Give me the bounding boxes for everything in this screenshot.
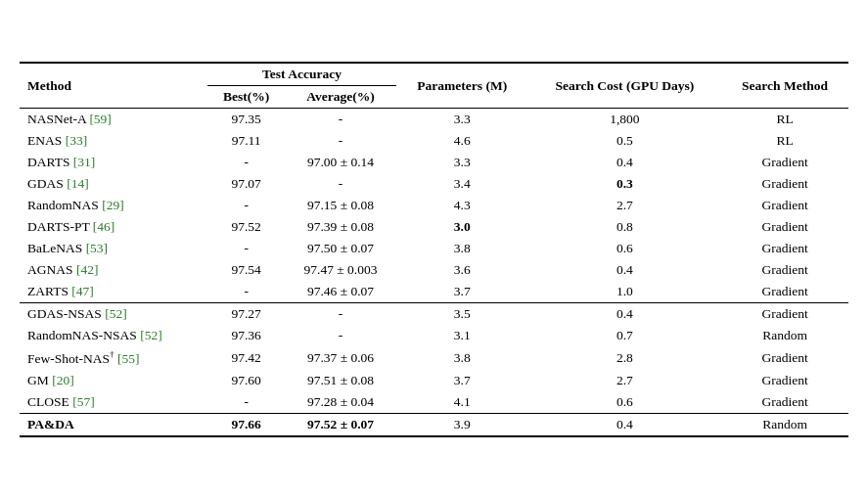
average-header: Average(%) [285, 86, 396, 109]
average-cell: 97.00 ± 0.14 [285, 152, 396, 173]
params-cell: 4.1 [396, 391, 528, 414]
method-cell: NASNet-A [59] [20, 109, 207, 131]
search-cell: Gradient [721, 370, 848, 391]
average-cell: 97.50 ± 0.07 [285, 238, 396, 259]
params-cell: 3.3 [396, 152, 528, 173]
reference: [29] [102, 198, 124, 212]
table-row: ENAS [33] 97.11 - 4.6 0.5 RL [20, 130, 848, 152]
search-cell: Gradient [721, 173, 848, 195]
table-row: GM [20] 97.60 97.51 ± 0.08 3.7 2.7 Gradi… [20, 370, 848, 391]
average-cell: - [285, 130, 396, 152]
table-row: DARTS-PT [46] 97.52 97.39 ± 0.08 3.0 0.8… [20, 216, 848, 238]
search-cell: Random [721, 325, 848, 346]
cost-cell: 1,800 [528, 109, 721, 131]
reference: [31] [73, 155, 96, 169]
search-cell: RL [721, 109, 848, 131]
method-cell: RandomNAS-NSAS [52] [20, 325, 207, 346]
last-row: PA&DA 97.66 97.52 ± 0.07 3.9 0.4 Random [20, 413, 848, 436]
method-cell: GDAS [14] [20, 173, 207, 195]
best-header: Best(%) [207, 86, 285, 109]
method-cell: GM [20] [20, 370, 207, 391]
method-cell: Few-Shot-NAS† [55] [20, 346, 207, 370]
table-row: CLOSE [57] - 97.28 ± 0.04 4.1 0.6 Gradie… [20, 391, 848, 414]
method-cell: CLOSE [57] [20, 391, 207, 414]
method-cell: DARTS-PT [46] [20, 216, 207, 238]
cost-cell: 0.6 [528, 391, 721, 414]
average-cell: 97.47 ± 0.003 [285, 259, 396, 281]
reference: [52] [140, 328, 162, 342]
cost-cell: 0.4 [528, 259, 721, 281]
method-cell: BaLeNAS [53] [20, 238, 207, 259]
best-cell: 97.52 [207, 216, 285, 238]
search-cost-header: Search Cost (GPU Days) [528, 63, 721, 109]
best-cell: 97.27 [207, 303, 285, 326]
reference: [53] [86, 241, 109, 255]
average-cell: 97.15 ± 0.08 [285, 195, 396, 216]
reference: [52] [105, 306, 127, 321]
best-cell: - [207, 238, 285, 259]
method-cell: RandomNAS [29] [20, 195, 207, 216]
search-cell: Gradient [721, 216, 848, 238]
best-cell: 97.54 [207, 259, 285, 281]
best-cell: 97.36 [207, 325, 285, 346]
cost-cell: 0.3 [528, 173, 721, 195]
params-cell: 3.8 [396, 346, 528, 370]
average-cell: 97.39 ± 0.08 [285, 216, 396, 238]
table-body: NASNet-A [59] 97.35 - 3.3 1,800 RL ENAS … [20, 109, 848, 436]
search-cell: RL [721, 130, 848, 152]
parameters-header: Parameters (M) [396, 63, 528, 109]
reference: [55] [117, 351, 140, 366]
params-cell: 4.3 [396, 195, 528, 216]
table-row: GDAS [14] 97.07 - 3.4 0.3 Gradient [20, 173, 848, 195]
average-cell: 97.28 ± 0.04 [285, 391, 396, 414]
table-row: AGNAS [42] 97.54 97.47 ± 0.003 3.6 0.4 G… [20, 259, 848, 281]
reference: [33] [66, 133, 88, 148]
best-cell: 97.66 [207, 413, 285, 436]
search-cell: Gradient [721, 259, 848, 281]
cost-cell: 0.4 [528, 413, 721, 436]
search-cell: Gradient [721, 281, 848, 303]
search-cell: Gradient [721, 195, 848, 216]
search-method-header: Search Method [721, 63, 848, 109]
reference: [14] [67, 176, 89, 191]
cost-cell: 0.7 [528, 325, 721, 346]
method-cell: PA&DA [20, 413, 207, 436]
header-row-top: Method Test Accuracy Parameters (M) Sear… [20, 63, 848, 86]
reference: [59] [89, 112, 112, 126]
search-cell: Gradient [721, 152, 848, 173]
cost-cell: 2.7 [528, 370, 721, 391]
average-cell: - [285, 303, 396, 326]
best-cell: - [207, 195, 285, 216]
table-row: BaLeNAS [53] - 97.50 ± 0.07 3.8 0.6 Grad… [20, 238, 848, 259]
params-cell: 3.3 [396, 109, 528, 131]
cost-cell: 0.6 [528, 238, 721, 259]
best-cell: 97.42 [207, 346, 285, 370]
reference: [47] [71, 284, 94, 298]
best-cell: 97.11 [207, 130, 285, 152]
results-table: Method Test Accuracy Parameters (M) Sear… [20, 62, 848, 437]
method-cell: ENAS [33] [20, 130, 207, 152]
table-row: DARTS [31] - 97.00 ± 0.14 3.3 0.4 Gradie… [20, 152, 848, 173]
cost-cell: 1.0 [528, 281, 721, 303]
params-cell: 3.5 [396, 303, 528, 326]
params-cell: 4.6 [396, 130, 528, 152]
table-row: Few-Shot-NAS† [55] 97.42 97.37 ± 0.06 3.… [20, 346, 848, 370]
main-container: Method Test Accuracy Parameters (M) Sear… [20, 62, 848, 437]
method-column-header: Method [20, 63, 207, 109]
best-cell: - [207, 281, 285, 303]
best-cell: 97.60 [207, 370, 285, 391]
table-row: RandomNAS [29] - 97.15 ± 0.08 4.3 2.7 Gr… [20, 195, 848, 216]
cost-cell: 0.4 [528, 303, 721, 326]
average-cell: 97.51 ± 0.08 [285, 370, 396, 391]
params-cell: 3.9 [396, 413, 528, 436]
params-cell: 3.1 [396, 325, 528, 346]
table-row: RandomNAS-NSAS [52] 97.36 - 3.1 0.7 Rand… [20, 325, 848, 346]
table-row: NASNet-A [59] 97.35 - 3.3 1,800 RL [20, 109, 848, 131]
cost-cell: 2.7 [528, 195, 721, 216]
params-cell: 3.8 [396, 238, 528, 259]
search-cell: Gradient [721, 238, 848, 259]
reference: [57] [72, 394, 95, 409]
average-cell: - [285, 173, 396, 195]
best-cell: 97.07 [207, 173, 285, 195]
reference: [46] [93, 219, 115, 234]
